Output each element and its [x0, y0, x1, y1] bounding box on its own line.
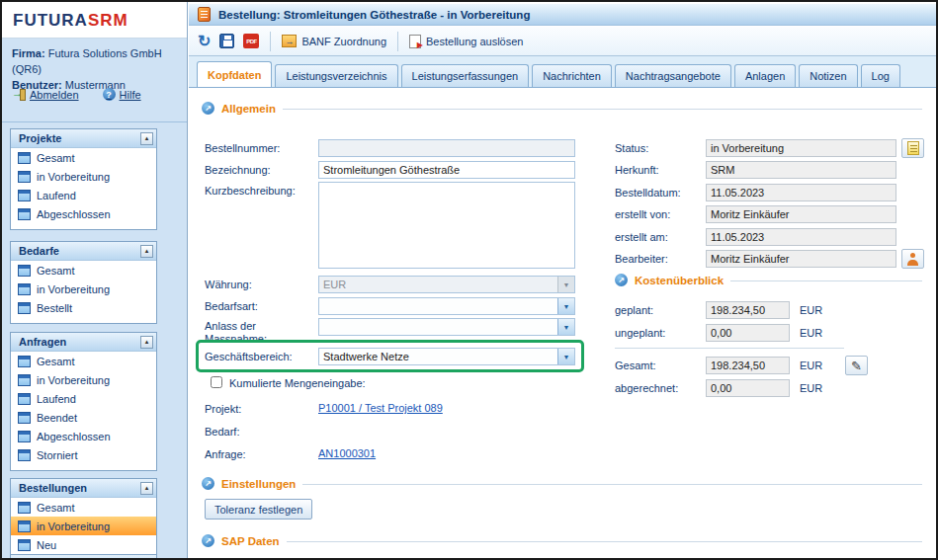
sidebar-item-label: Gesamt: [37, 356, 75, 367]
logo: FUTURASRM: [2, 2, 187, 39]
abgerechnet-input: [706, 379, 790, 397]
section-einstellungen: ↗ Einstellungen: [202, 477, 922, 490]
section-divider: [287, 541, 922, 542]
tab-anlagen[interactable]: Anlagen: [734, 64, 796, 87]
sidebar-anfragen-storniert[interactable]: Storniert: [11, 445, 156, 464]
section-sphere-icon: ↗: [202, 534, 214, 547]
sidebar-section-title: Bestellungen: [19, 482, 87, 494]
sidebar-section-title: Bedarfe: [19, 245, 59, 257]
document-icon: [18, 171, 31, 183]
logout-link[interactable]: → Abmelden: [12, 88, 79, 101]
section-allgemein-title: Allgemein: [221, 103, 276, 115]
sidebar-projekte-gesamt[interactable]: Gesamt: [11, 148, 156, 167]
status-input: [706, 139, 896, 157]
document-icon: [18, 283, 31, 295]
chevron-down-icon[interactable]: ▼: [557, 298, 574, 314]
sidebar-section-projekte: Projekte ▴ Gesamt in Vorbereitung Laufen…: [10, 128, 157, 230]
document-icon: [18, 412, 31, 424]
tab-log[interactable]: Log: [861, 64, 900, 87]
sidebar-item-label: in Vorbereitung: [37, 374, 110, 386]
refresh-icon[interactable]: ↻: [198, 34, 211, 49]
erstellt-am-input: [706, 228, 896, 246]
projekt-label: Projekt:: [205, 403, 241, 416]
anlass-label: Anlass der Massnahme:: [205, 320, 276, 346]
tab-kopfdaten[interactable]: Kopfdaten: [197, 61, 272, 87]
chevron-down-icon[interactable]: ▼: [557, 349, 574, 364]
app-window: FUTURASRM Firma: Futura Solutions GmbH (…: [0, 0, 938, 560]
section-sap-title: SAP Daten: [221, 535, 280, 547]
status-note-button[interactable]: [901, 138, 924, 158]
geplant-currency: EUR: [800, 304, 822, 316]
bestellnummer-input: [318, 139, 575, 157]
title-bar: Bestellung: Stromleitungen Göthestraße -…: [189, 4, 936, 26]
sidebar-section-anfragen: Anfragen ▴ Gesamt in Vorbereitung Laufen…: [10, 332, 157, 471]
sidebar-section-bedarfe-header: Bedarfe ▴: [11, 242, 156, 261]
tab-leistungserfassungen[interactable]: Leistungserfassungen: [401, 64, 530, 87]
tab-nachtragsangebote[interactable]: Nachtragsangebote: [615, 64, 731, 87]
bedarfsart-select[interactable]: ▼: [318, 297, 575, 315]
kumulierte-checkbox[interactable]: [211, 376, 222, 388]
bestellung-ausloesen-button[interactable]: ▶ Bestellung auslösen: [409, 35, 523, 48]
sidebar-bestellungen-neu[interactable]: Neu: [11, 535, 156, 554]
sidebar-projekte-laufend[interactable]: Laufend: [11, 186, 156, 204]
sidebar-item-label: in Vorbereitung: [37, 171, 110, 183]
collapse-icon[interactable]: ▴: [140, 482, 153, 495]
gesamt-edit-button[interactable]: ✎: [845, 356, 868, 375]
projekt-link[interactable]: P10001 / Test Projekt 089: [318, 402, 443, 414]
abgerechnet-currency: EUR: [800, 382, 822, 394]
sidebar-bestellungen-gesamt[interactable]: Gesamt: [11, 498, 156, 517]
section-divider: [302, 484, 922, 485]
ausloesen-label: Bestellung auslösen: [426, 36, 523, 47]
sidebar-projekte-abgeschlossen[interactable]: Abgeschlossen: [11, 204, 156, 223]
ungeplant-input: [706, 324, 790, 342]
collapse-icon[interactable]: ▴: [140, 336, 153, 349]
help-link[interactable]: ? Hilfe: [103, 88, 141, 101]
note-icon: [907, 141, 919, 155]
waehrung-label: Währung:: [205, 279, 252, 291]
tab-leistungsverzeichnis[interactable]: Leistungsverzeichnis: [275, 64, 397, 87]
save-icon[interactable]: [219, 34, 234, 48]
section-allgemein: ↗ Allgemein: [202, 102, 922, 115]
bearbeiter-person-button[interactable]: [901, 249, 924, 269]
sidebar-anfragen-gesamt[interactable]: Gesamt: [11, 352, 156, 370]
bearbeiter-label: Bearbeiter:: [615, 253, 668, 266]
sidebar-section-title: Anfragen: [19, 336, 66, 348]
chevron-down-icon[interactable]: ▼: [557, 319, 574, 335]
geschaeftsbereich-select[interactable]: Stadtwerke Netze ▼: [318, 348, 575, 365]
sidebar-projekte-in-vorbereitung[interactable]: in Vorbereitung: [11, 167, 156, 186]
sidebar-item-label: in Vorbereitung: [37, 520, 110, 532]
toolbar-separator: [397, 32, 398, 51]
kurzbeschreibung-label: Kurzbeschreibung:: [205, 185, 296, 198]
sidebar-bedarfe-in-vorbereitung[interactable]: in Vorbereitung: [11, 280, 156, 298]
sidebar-bedarfe-gesamt[interactable]: Gesamt: [11, 261, 156, 280]
sidebar-anfragen-beendet[interactable]: Beendet: [11, 408, 156, 427]
anlass-select[interactable]: ▼: [318, 318, 575, 336]
tab-nachrichten[interactable]: Nachrichten: [532, 64, 612, 87]
section-sap: ↗ SAP Daten: [202, 534, 922, 547]
main-panel: Bestellung: Stromleitungen Göthestraße -…: [189, 2, 936, 558]
document-icon: [18, 302, 31, 314]
sidebar-anfragen-in-vorbereitung[interactable]: in Vorbereitung: [11, 370, 156, 389]
toolbar: ↻ PDF → BANF Zuordnung ▶ Bestellung ausl…: [189, 27, 936, 56]
session-info: Firma: Futura Solutions GmbH (QR6) Benut…: [12, 45, 187, 93]
order-document-icon: [198, 7, 211, 22]
pdf-export-icon[interactable]: PDF: [243, 34, 259, 48]
logout-icon: →: [12, 89, 26, 101]
collapse-icon[interactable]: ▴: [140, 132, 153, 145]
sidebar-section-bestellungen-header: Bestellungen ▴: [11, 479, 156, 498]
document-icon: [18, 539, 31, 551]
tab-notizen[interactable]: Notizen: [799, 64, 857, 87]
sidebar-anfragen-abgeschlossen[interactable]: Abgeschlossen: [11, 427, 156, 445]
anfrage-link[interactable]: AN1000301: [318, 447, 376, 459]
sidebar: FUTURASRM Firma: Futura Solutions GmbH (…: [2, 2, 188, 558]
bezeichnung-input[interactable]: [318, 161, 575, 179]
banf-label: BANF Zuordnung: [301, 36, 386, 47]
sidebar-bedarfe-bestellt[interactable]: Bestellt: [11, 298, 156, 317]
collapse-icon[interactable]: ▴: [140, 245, 153, 258]
tab-bar: Kopfdaten Leistungsverzeichnis Leistungs…: [189, 56, 936, 88]
toleranz-festlegen-button[interactable]: Toleranz festlegen: [205, 499, 312, 520]
sidebar-bestellungen-in-vorbereitung[interactable]: in Vorbereitung: [11, 517, 156, 535]
sidebar-anfragen-laufend[interactable]: Laufend: [11, 389, 156, 408]
banf-zuordnung-button[interactable]: → BANF Zuordnung: [282, 35, 386, 47]
kurzbeschreibung-textarea[interactable]: [318, 182, 575, 269]
